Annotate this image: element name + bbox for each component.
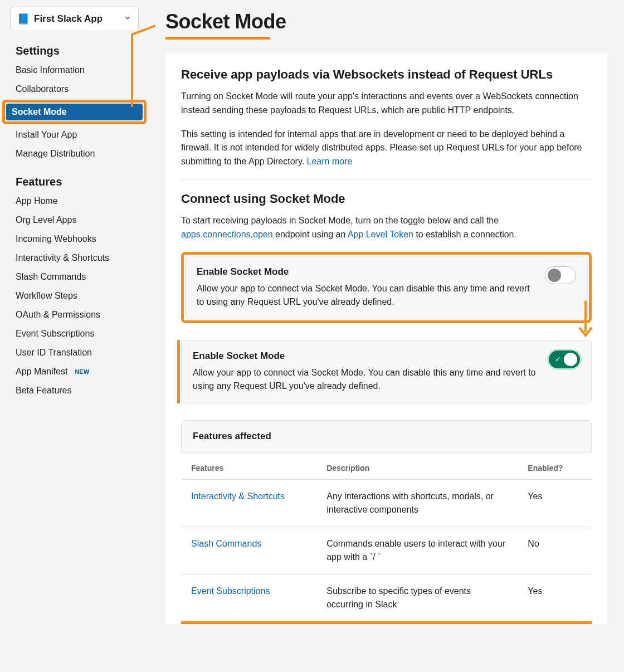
connect-text-a: To start receiving payloads in Socket Mo…	[181, 216, 499, 225]
feature-enabled: Yes	[518, 479, 592, 527]
feature-link-slash[interactable]: Slash Commands	[191, 539, 261, 548]
connect-text-c: to establish a connection.	[413, 230, 516, 239]
divider	[181, 179, 592, 179]
receive-heading: Receive app payloads via Websockets inst…	[181, 67, 592, 82]
nav-app-home[interactable]: App Home	[10, 193, 139, 210]
nav-socket-mode[interactable]: Socket Mode	[6, 104, 143, 120]
feature-desc: Any interactions with shortcuts, modals,…	[316, 479, 518, 527]
receive-p2-text: This setting is intended for internal ap…	[181, 129, 582, 167]
token-link[interactable]: App Level Token	[348, 230, 413, 239]
app-selector[interactable]: 📘 First Slack App	[10, 7, 139, 31]
nav-app-manifest-label: App Manifest	[16, 367, 67, 377]
nav-oauth-permissions[interactable]: OAuth & Permissions	[10, 306, 139, 323]
toggle-on-highlight: Enable Socket Mode Allow your app to con…	[177, 340, 592, 403]
nav-user-id-translation[interactable]: User ID Translation	[10, 344, 139, 361]
enable-socket-desc-off: Allow your app to connect via Socket Mod…	[197, 282, 534, 309]
nav-interactivity-shortcuts[interactable]: Interactivity & Shortcuts	[10, 250, 139, 266]
annotation-underline	[165, 37, 270, 40]
nav-manage-distribution[interactable]: Manage Distribution	[10, 145, 139, 162]
annotation-underline	[181, 621, 592, 624]
section-head-settings: Settings	[10, 45, 139, 57]
feature-desc: Subscribe to specific types of events oc…	[316, 574, 518, 621]
enable-socket-desc-on: Allow your app to connect via Socket Mod…	[193, 366, 538, 393]
content-panel: Receive app payloads via Websockets inst…	[165, 53, 607, 624]
receive-p1: Turning on Socket Mode will route your a…	[181, 90, 592, 118]
nav-org-level-apps[interactable]: Org Level Apps	[10, 212, 139, 228]
enable-socket-card-on: Enable Socket Mode Allow your app to con…	[181, 340, 592, 403]
nav-socket-mode-highlight: Socket Mode	[2, 100, 147, 124]
toggle-knob	[564, 353, 577, 366]
socket-toggle-on[interactable]: ✓	[549, 350, 580, 368]
app-name: First Slack App	[34, 13, 103, 25]
learn-more-link[interactable]: Learn more	[307, 157, 353, 166]
nav-install-your-app[interactable]: Install Your App	[10, 126, 139, 143]
nav-app-manifest[interactable]: App Manifest NEW	[10, 363, 139, 380]
enable-socket-title-off: Enable Socket Mode	[197, 266, 534, 277]
nav-beta-features[interactable]: Beta Features	[10, 382, 139, 399]
features-affected-header: Features affected	[181, 420, 592, 452]
section-head-features: Features	[10, 176, 139, 188]
nav-incoming-webhooks[interactable]: Incoming Webhooks	[10, 231, 139, 247]
toggle-knob	[548, 269, 561, 282]
nav-event-subscriptions[interactable]: Event Subscriptions	[10, 325, 139, 342]
nav-slash-commands[interactable]: Slash Commands	[10, 269, 139, 285]
badge-new: NEW	[72, 368, 92, 376]
nav-basic-information[interactable]: Basic Information	[10, 62, 139, 79]
page-title: Socket Mode	[165, 10, 607, 33]
socket-toggle-off[interactable]	[545, 266, 576, 284]
sidebar: 📘 First Slack App Settings Basic Informa…	[0, 0, 149, 624]
table-row: Slash Commands Commands enable users to …	[181, 527, 592, 574]
features-table: Features Description Enabled? Interactiv…	[181, 452, 592, 622]
col-enabled: Enabled?	[518, 452, 592, 480]
toggle-off-highlight: Enable Socket Mode Allow your app to con…	[181, 252, 592, 323]
receive-p2: This setting is intended for internal ap…	[181, 128, 592, 169]
feature-desc: Commands enable users to interact with y…	[316, 527, 518, 574]
api-link[interactable]: apps.connections.open	[181, 230, 273, 239]
feature-enabled: Yes	[518, 574, 592, 621]
table-row: Interactivity & Shortcuts Any interactio…	[181, 479, 592, 527]
table-row: Event Subscriptions Subscribe to specifi…	[181, 574, 592, 621]
feature-enabled: No	[518, 527, 592, 574]
col-features: Features	[181, 452, 316, 480]
feature-link-interactivity[interactable]: Interactivity & Shortcuts	[191, 491, 285, 501]
enable-socket-card-off: Enable Socket Mode Allow your app to con…	[185, 256, 588, 319]
main: Socket Mode Receive app payloads via Web…	[149, 0, 624, 624]
app-icon: 📘	[17, 13, 30, 25]
nav-collaborators[interactable]: Collaborators	[10, 81, 139, 98]
feature-link-events[interactable]: Event Subscriptions	[191, 586, 270, 596]
chevron-down-icon	[124, 14, 131, 24]
col-description: Description	[316, 452, 518, 480]
check-icon: ✓	[555, 355, 561, 363]
connect-p: To start receiving payloads in Socket Mo…	[181, 214, 592, 242]
connect-heading: Connect using Socket Mode	[181, 192, 592, 206]
connect-text-b: endpoint using an	[273, 230, 348, 239]
enable-socket-title-on: Enable Socket Mode	[193, 350, 538, 362]
nav-workflow-steps[interactable]: Workflow Steps	[10, 288, 139, 304]
